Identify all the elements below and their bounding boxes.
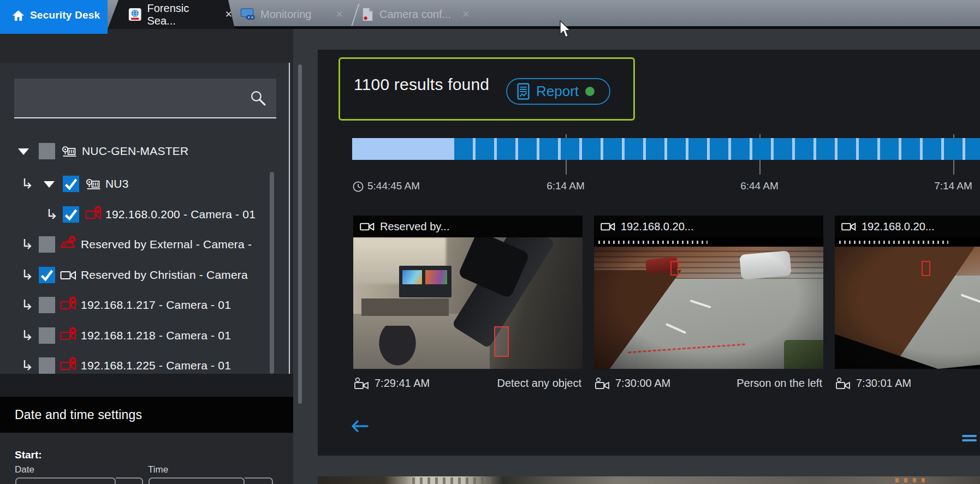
results-count: 1100 results found	[354, 75, 489, 94]
recorded-video-icon	[594, 377, 610, 390]
card-footer: 7:30:01 AM	[835, 375, 980, 391]
detection-box	[494, 326, 509, 357]
tree-item-label: 192.168.0.200 - Camera - 01	[105, 208, 256, 221]
checkbox-unchecked[interactable]	[39, 297, 55, 313]
calendar-button[interactable]	[116, 477, 143, 484]
tree-item-nu3[interactable]: NU3	[0, 172, 290, 196]
timeline-tick-label: 6:44 AM	[740, 180, 779, 192]
result-card[interactable]: 192.168.0.20... 7:30:00 AM Person on the…	[594, 216, 823, 391]
expander-triangle-icon[interactable]	[44, 181, 55, 188]
timeline-start-time: 5:44:45 AM	[367, 180, 420, 192]
report-button-label: Report	[536, 83, 579, 100]
card-header: 192.168.0.20...	[594, 216, 823, 237]
report-button[interactable]: Report	[506, 78, 610, 105]
tab-label: Forensic Sea...	[147, 2, 214, 27]
tree-item-reserved-by-christian[interactable]: Reserved by Christian - Camera	[0, 263, 290, 287]
forensic-results-panel: 1100 results found Report 5:44:45 AM 6:1…	[318, 50, 980, 456]
tab-forensic-search[interactable]: Forensic Sea... ✕	[108, 0, 235, 29]
tree-elbow-icon	[22, 269, 34, 281]
camera-tree-panel: NUC-GEN-MASTER NU3 192.168.0.200 - Camer…	[0, 63, 290, 403]
tab-monitoring[interactable]: Monitoring ✕	[240, 0, 355, 29]
card-camera-name: 192.168.0.20...	[862, 220, 934, 233]
timeline-selection[interactable]	[352, 138, 454, 160]
check-icon	[39, 267, 55, 283]
next-row-thumbnail-strip[interactable]	[318, 476, 980, 484]
start-time-field[interactable]	[149, 477, 245, 484]
start-date-field[interactable]	[15, 477, 116, 484]
tab-camera-config[interactable]: Camera conf... ✕	[361, 0, 474, 29]
card-event-type: Person on the left	[737, 377, 822, 390]
checkbox-unchecked[interactable]	[39, 143, 55, 159]
timeline-tick-label: 7:14 AM	[934, 180, 972, 192]
close-tab-icon[interactable]: ✕	[460, 9, 472, 20]
mouse-cursor	[559, 20, 572, 39]
result-card[interactable]: 192.168.0.20... 7:30:01 AM	[835, 216, 980, 391]
card-camera-name: 192.168.0.20...	[621, 220, 693, 233]
check-icon	[63, 176, 79, 192]
tree-elbow-icon	[22, 330, 34, 342]
checkbox-checked[interactable]	[39, 267, 55, 283]
tree-item-label: Reserved by External - Camera -	[81, 238, 252, 251]
tree-elbow-icon	[22, 238, 34, 250]
previous-page-arrow[interactable]	[348, 418, 370, 434]
app-button-underline	[0, 29, 108, 34]
tree-item-label: 192.168.1.217 - Camera - 01	[81, 298, 231, 312]
tree-elbow-icon	[22, 299, 34, 311]
close-tab-icon[interactable]: ✕	[333, 9, 345, 20]
sidebar: NUC-GEN-MASTER NU3 192.168.0.200 - Camer…	[0, 29, 293, 484]
tree-item-camera-192-168-1-218[interactable]: 192.168.1.218 - Camera - 01	[0, 324, 290, 348]
tree-elbow-icon	[22, 360, 34, 372]
status-dot-icon	[585, 87, 595, 96]
checkbox-checked[interactable]	[63, 206, 79, 223]
checkbox-unchecked[interactable]	[39, 357, 55, 374]
tree-item-label: 192.168.1.218 - Camera - 01	[81, 329, 231, 342]
expander-triangle-icon[interactable]	[18, 148, 29, 155]
date-label: Date	[15, 464, 34, 475]
tree-item-camera-192-168-1-217[interactable]: 192.168.1.217 - Camera - 01	[0, 293, 290, 317]
offline-badge-icon	[69, 357, 76, 364]
camera-config-tab-icon	[361, 7, 374, 22]
timeline-bar[interactable]	[352, 138, 980, 160]
tree-item-camera-192-168-0-200[interactable]: 192.168.0.200 - Camera - 01	[0, 202, 290, 226]
tree-item-label: NUC-GEN-MASTER	[82, 145, 188, 158]
menu-icon[interactable]	[962, 435, 977, 444]
card-event-type: Detect any object	[497, 377, 581, 390]
forensic-search-tab-icon	[128, 7, 142, 22]
sidebar-section-gap	[0, 374, 293, 397]
time-stepper-button[interactable]	[245, 477, 273, 484]
sidebar-splitter[interactable]	[289, 63, 290, 403]
tree-item-nuc-gen-master[interactable]: NUC-GEN-MASTER	[0, 139, 290, 163]
checkbox-checked[interactable]	[63, 176, 79, 192]
card-timestamp: 7:30:01 AM	[856, 377, 911, 390]
datetime-settings-header: Date and time settings	[0, 397, 293, 433]
video-camera-icon	[359, 221, 375, 232]
card-header: Reserved by...	[353, 216, 583, 237]
video-camera-icon	[841, 221, 857, 232]
recorded-video-icon	[353, 377, 370, 390]
video-camera-icon	[600, 221, 616, 232]
search-input[interactable]	[19, 83, 248, 113]
offline-badge-icon	[94, 206, 102, 213]
tree-item-label: Reserved by Christian - Camera	[81, 268, 248, 282]
timeline-tick-label: 6:14 AM	[547, 180, 585, 192]
search-icon[interactable]	[250, 89, 266, 106]
recorded-video-icon	[835, 377, 851, 390]
workspace-scrollbar[interactable]	[298, 64, 302, 404]
tree-elbow-icon	[22, 178, 34, 190]
card-header: 192.168.0.20...	[835, 216, 980, 237]
app-title: Security Desk	[30, 9, 100, 21]
video-thumbnail[interactable]	[594, 237, 823, 369]
result-card[interactable]: Reserved by... 7:29:41 AM Detect any obj…	[353, 216, 583, 391]
tab-label: Monitoring	[260, 8, 311, 21]
tree-vertical-scrollbar[interactable]	[270, 172, 274, 374]
video-osd-strip	[594, 237, 823, 247]
video-thumbnail[interactable]	[835, 237, 980, 369]
tree-item-reserved-by-external[interactable]: Reserved by External - Camera -	[0, 232, 290, 256]
tab-label: Camera conf...	[379, 8, 451, 21]
home-icon	[12, 10, 25, 21]
offline-badge-icon	[69, 236, 76, 243]
checkbox-unchecked[interactable]	[39, 236, 55, 253]
report-icon	[517, 83, 530, 100]
video-thumbnail[interactable]	[353, 237, 583, 369]
checkbox-unchecked[interactable]	[39, 327, 55, 344]
